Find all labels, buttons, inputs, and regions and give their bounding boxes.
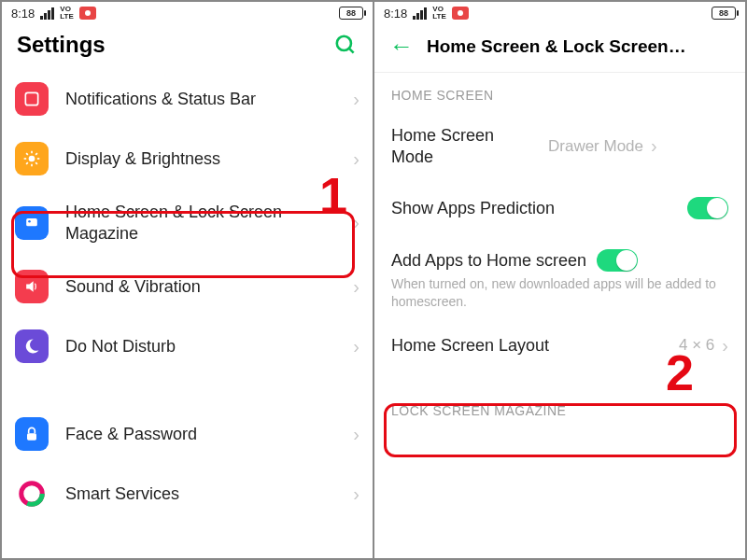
settings-item-face[interactable]: Face & Password ›	[2, 404, 373, 464]
battery-icon: 88	[712, 7, 736, 20]
svg-rect-12	[26, 218, 37, 226]
svg-point-0	[337, 36, 351, 50]
chevron-right-icon: ›	[651, 135, 657, 157]
row-label: Add Apps to Home screen	[391, 250, 597, 272]
row-label: Do Not Disturb	[65, 336, 345, 357]
svg-point-13	[28, 220, 31, 223]
row-label: Home Screen Mode	[391, 125, 541, 167]
row-label: Face & Password	[65, 424, 345, 445]
settings-item-notifications[interactable]: Notifications & Status Bar ›	[2, 69, 373, 129]
section-lock-screen-magazine: LOCK SCREEN MAGAZINE	[374, 392, 745, 426]
toggle-prediction[interactable]	[687, 197, 728, 219]
toggle-add-apps[interactable]	[597, 249, 638, 272]
svg-line-8	[26, 153, 28, 155]
settings-item-sound[interactable]: Sound & Vibration ›	[2, 257, 373, 316]
notifications-icon	[15, 82, 49, 116]
chevron-right-icon: ›	[353, 276, 359, 298]
chevron-right-icon: ›	[722, 335, 728, 357]
settings-item-display[interactable]: Display & Brightness ›	[2, 129, 373, 189]
settings-item-dnd[interactable]: Do Not Disturb ›	[2, 316, 373, 376]
chevron-right-icon: ›	[353, 89, 359, 110]
chevron-right-icon: ›	[353, 336, 359, 357]
homescreen-icon	[15, 206, 49, 240]
search-icon[interactable]	[333, 33, 358, 57]
row-label: Home Screen & Lock Screen Magazine	[65, 202, 345, 244]
page-title: Home Screen & Lock Screen…	[427, 36, 730, 57]
svg-rect-14	[27, 433, 36, 441]
status-bar: 8:18 VOLTE 88	[2, 2, 373, 22]
header: Settings	[2, 22, 373, 69]
screen-record-icon	[452, 7, 469, 20]
row-value: 4 × 6	[679, 336, 714, 355]
header: ← Home Screen & Lock Screen…	[374, 22, 745, 72]
svg-line-11	[35, 153, 37, 155]
row-label: Home Screen Layout	[391, 335, 671, 357]
homescreen-settings-screen: 8:18 VOLTE 88 ← Home Screen & Lock Scree…	[374, 2, 745, 558]
chevron-right-icon: ›	[353, 212, 359, 233]
volte-icon: VOLTE	[432, 6, 446, 21]
volte-icon: VOLTE	[60, 6, 74, 21]
row-show-apps-prediction[interactable]: Show Apps Prediction	[374, 182, 745, 234]
row-label: Show Apps Prediction	[391, 198, 687, 219]
row-home-screen-layout[interactable]: Home Screen Layout 4 × 6 ›	[374, 320, 745, 371]
smart-icon	[15, 477, 49, 511]
back-icon[interactable]: ←	[389, 32, 414, 61]
chevron-right-icon: ›	[353, 483, 359, 505]
section-home-screen: HOME SCREEN	[374, 77, 745, 110]
chevron-right-icon: ›	[353, 148, 359, 170]
page-title: Settings	[17, 32, 333, 58]
row-label: Display & Brightness	[65, 148, 345, 170]
chevron-right-icon: ›	[353, 424, 359, 445]
svg-line-1	[349, 49, 354, 53]
row-desc: When turned on, new downloaded apps will…	[374, 275, 745, 320]
settings-item-homescreen[interactable]: Home Screen & Lock Screen Magazine ›	[2, 189, 373, 257]
svg-line-9	[35, 162, 37, 164]
moon-icon	[15, 329, 49, 363]
row-label: Notifications & Status Bar	[65, 89, 345, 110]
settings-item-smart[interactable]: Smart Services ›	[2, 464, 373, 524]
divider	[374, 72, 745, 73]
brightness-icon	[15, 142, 49, 175]
row-home-screen-mode[interactable]: Home Screen Mode Drawer Mode ›	[374, 110, 745, 182]
sound-icon	[15, 270, 49, 303]
row-label: Sound & Vibration	[65, 276, 345, 298]
svg-line-10	[26, 162, 28, 164]
svg-point-3	[29, 156, 35, 162]
svg-rect-2	[25, 92, 37, 105]
status-time: 8:18	[11, 7, 35, 21]
lock-icon	[15, 417, 49, 451]
status-bar: 8:18 VOLTE 88	[374, 2, 745, 22]
status-time: 8:18	[384, 7, 407, 21]
row-label: Smart Services	[65, 483, 345, 505]
signal-icon	[40, 7, 54, 20]
settings-screen: 8:18 VOLTE 88 Settings Notifications & S…	[2, 2, 373, 558]
signal-icon	[413, 7, 427, 20]
row-add-apps[interactable]: Add Apps to Home screen	[374, 234, 745, 275]
battery-icon: 88	[339, 7, 363, 20]
row-value: Drawer Mode	[548, 137, 643, 156]
screen-record-icon	[79, 7, 96, 20]
